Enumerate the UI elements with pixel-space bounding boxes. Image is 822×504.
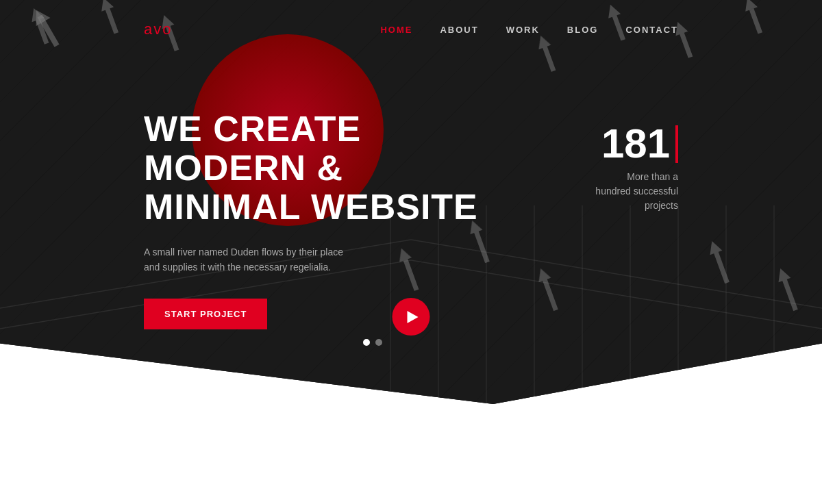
nav-item-blog[interactable]: BLOG <box>567 23 599 36</box>
nav-item-home[interactable]: HOME <box>380 23 412 36</box>
play-button[interactable] <box>393 298 430 336</box>
slide-dot-1[interactable] <box>363 339 370 346</box>
slide-dot-2[interactable] <box>375 339 382 346</box>
stat-number: 181 <box>595 123 678 164</box>
nav-link-about[interactable]: ABOUT <box>440 25 478 35</box>
nav-item-about[interactable]: ABOUT <box>440 23 478 36</box>
nav-link-home[interactable]: HOME <box>380 25 412 35</box>
nav-link-work[interactable]: WORK <box>506 25 540 35</box>
nav-item-work[interactable]: WORK <box>506 23 540 36</box>
nav-link-blog[interactable]: BLOG <box>567 25 599 35</box>
hero-description: A small river named Duden flows by their… <box>144 244 349 275</box>
start-project-button[interactable]: Start Project <box>144 299 267 329</box>
below-section <box>0 404 822 504</box>
hero-title-line1: WE CREATE <box>144 109 361 149</box>
logo[interactable]: avo <box>144 21 173 38</box>
stat-bar-decoration <box>675 125 678 163</box>
stat-description: More than a hundred successful projects <box>595 170 678 213</box>
slide-indicators <box>363 339 382 346</box>
hero-title: WE CREATE MODERN & MINIMAL WEBSITE <box>144 110 478 227</box>
hero-title-line3: MINIMAL WEBSITE <box>144 187 478 227</box>
hero-content: WE CREATE MODERN & MINIMAL WEBSITE A sma… <box>144 110 478 329</box>
hero-title-line2: MODERN & <box>144 148 343 188</box>
logo-text-after: o <box>162 21 172 38</box>
nav-link-contact[interactable]: CONTACT <box>625 25 678 35</box>
main-nav: avo HOME ABOUT WORK BLOG CONTACT <box>0 0 822 58</box>
nav-links: HOME ABOUT WORK BLOG CONTACT <box>380 23 678 36</box>
hero-stats: 181 More than a hundred successful proje… <box>595 123 678 213</box>
logo-highlight: v <box>153 21 162 38</box>
logo-text-before: a <box>144 21 153 38</box>
hero-section: avo HOME ABOUT WORK BLOG CONTACT WE CREA… <box>0 0 822 404</box>
nav-item-contact[interactable]: CONTACT <box>625 23 678 36</box>
